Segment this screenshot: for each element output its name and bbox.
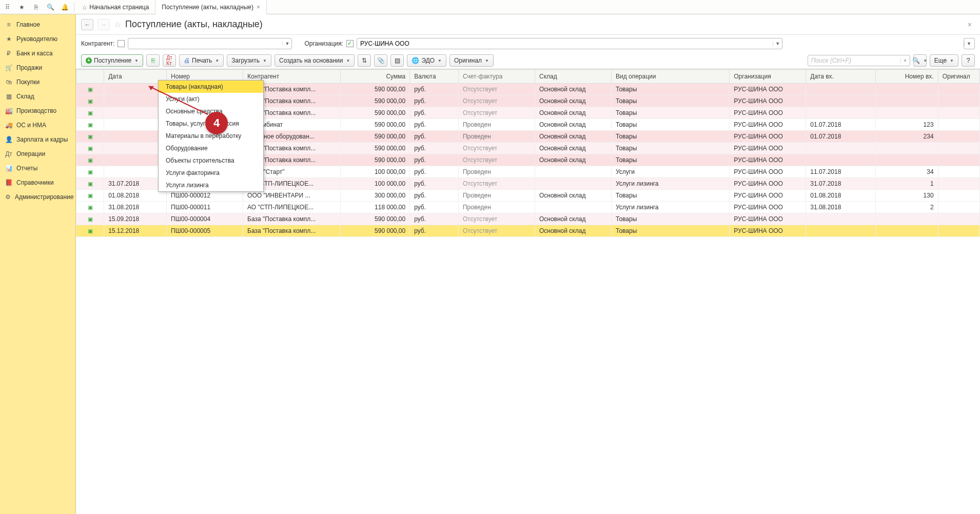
create-based-button[interactable]: Создать на основании ▼: [275, 54, 355, 67]
th-org[interactable]: Организация: [730, 70, 806, 84]
cell-orig: [938, 213, 979, 225]
sidebar-item-4[interactable]: 🛍Покупки: [0, 75, 75, 89]
cell-op: Товары: [611, 225, 729, 237]
cell-op: Товары: [611, 119, 729, 131]
cell-op: Товары: [611, 190, 729, 202]
th-sklad[interactable]: Склад: [535, 70, 611, 84]
help-button[interactable]: ?: [962, 54, 975, 67]
favorite-icon[interactable]: ☆: [114, 19, 121, 29]
th-op[interactable]: Вид операции: [611, 70, 729, 84]
contragent-input[interactable]: [128, 40, 282, 47]
table-row[interactable]: ▣ 15.09.2018 ПШ00-000004 База "Поставка …: [76, 213, 980, 225]
cell-op: Услуги лизинга: [611, 178, 729, 190]
sidebar-icon: ₽: [5, 50, 12, 57]
cell-sf: Проведен: [458, 166, 535, 178]
chevron-down-icon[interactable]: ▼: [964, 41, 973, 46]
table-row[interactable]: ▣ 15.12.2018 ПШ00-000005 База "Поставка …: [76, 225, 980, 237]
sidebar-item-1[interactable]: ★Руководителю: [0, 32, 75, 46]
search-input[interactable]: [808, 57, 900, 64]
structure-button[interactable]: ⇅: [358, 54, 371, 67]
print-button[interactable]: 🖨 Печать ▼: [179, 54, 224, 67]
cell-date: [104, 143, 167, 154]
dropdown-item-6[interactable]: Объекты строительства: [159, 154, 263, 167]
sidebar-item-9[interactable]: ДтОперации: [0, 147, 75, 161]
sidebar-item-6[interactable]: 🏭Производство: [0, 104, 75, 118]
cell-date: 31.07.2018: [104, 178, 167, 190]
nav-back[interactable]: ←: [81, 19, 93, 30]
original-button[interactable]: Оригинал ▼: [449, 54, 494, 67]
edo-label: ЭДО: [421, 57, 435, 64]
dropdown-item-5[interactable]: Оборудование: [159, 142, 263, 154]
cell-sf: Отсутствует: [458, 154, 535, 166]
attach-button[interactable]: 📎: [374, 54, 387, 67]
th-sum[interactable]: Сумма: [340, 70, 409, 84]
clear-icon[interactable]: ×: [900, 58, 910, 63]
close-page[interactable]: ×: [965, 21, 975, 29]
apps-icon[interactable]: ⠿: [0, 0, 14, 14]
dropdown-item-7[interactable]: Услуги факторинга: [159, 167, 263, 179]
load-button[interactable]: Загрузить ▼: [227, 54, 271, 67]
sidebar-item-3[interactable]: 🛒Продажи: [0, 61, 75, 75]
search-box[interactable]: ×: [808, 55, 910, 66]
cell-op: Товары: [611, 143, 729, 154]
th-sf[interactable]: Счет-фактура: [458, 70, 535, 84]
tab-home[interactable]: ⌂ Начальная страница: [76, 0, 155, 14]
org-checkbox[interactable]: [346, 40, 354, 47]
globe-icon: 🌐: [411, 57, 419, 64]
cell-orig: [938, 225, 979, 237]
cell-num-in: [875, 95, 938, 107]
star-icon[interactable]: ★: [14, 0, 29, 14]
edo-button[interactable]: 🌐 ЭДО ▼: [407, 54, 446, 67]
table-row[interactable]: ▣ 31.08.2018 ПШ00-000011 АО "СТП-ЛИПЕЦКО…: [76, 202, 980, 213]
org-extra-combo[interactable]: ▼: [964, 38, 975, 49]
org-input[interactable]: [357, 40, 773, 47]
nav-forward[interactable]: →: [97, 19, 110, 30]
th-date-in[interactable]: Дата вх.: [806, 70, 875, 84]
document-icon: ▣: [88, 145, 93, 151]
list-button[interactable]: ▤: [390, 54, 404, 67]
cell-date: [104, 131, 167, 143]
sidebar-item-7[interactable]: 🚚ОС и НМА: [0, 118, 75, 132]
sidebar-item-10[interactable]: 📊Отчеты: [0, 161, 75, 175]
sidebar-item-11[interactable]: 📕Справочники: [0, 175, 75, 190]
cell-sf: Проведен: [458, 202, 535, 213]
more-label: Еще: [934, 57, 947, 64]
sidebar-item-5[interactable]: ▦Склад: [0, 89, 75, 104]
cell-date: [104, 119, 167, 131]
postuplenie-button[interactable]: + Поступление ▼: [81, 54, 143, 67]
find-button[interactable]: 🔍▼: [913, 54, 927, 67]
dt-kt-button[interactable]: ДтКт: [163, 54, 176, 67]
sidebar-item-8[interactable]: 👤Зарплата и кадры: [0, 132, 75, 147]
contragent-checkbox[interactable]: [117, 40, 125, 47]
chevron-down-icon[interactable]: ▼: [282, 41, 291, 46]
chevron-down-icon[interactable]: ▼: [773, 41, 782, 46]
sidebar-item-label: Зарплата и кадры: [16, 136, 68, 143]
tab-document[interactable]: Поступление (акты, накладные) ×: [155, 0, 267, 14]
org-combo[interactable]: ▼: [357, 38, 782, 49]
th-num-in[interactable]: Номер вх.: [875, 70, 938, 84]
more-button[interactable]: Еще ▼: [930, 54, 958, 67]
th-currency[interactable]: Валюта: [410, 70, 459, 84]
clipboard-icon[interactable]: ⎘: [29, 0, 43, 14]
th-orig[interactable]: Оригинал: [938, 70, 979, 84]
cell-sum: 590 000,00: [340, 107, 409, 119]
chevron-down-icon: ▼: [263, 58, 267, 63]
sidebar-icon: ★: [5, 35, 12, 43]
dropdown-item-8[interactable]: Услуги лизинга: [159, 179, 263, 191]
bell-icon[interactable]: 🔔: [57, 0, 72, 14]
sidebar-item-0[interactable]: ≡Главное: [0, 17, 75, 32]
cell-org: РУС-ШИНА ООО: [730, 190, 806, 202]
contragent-combo[interactable]: ▼: [128, 38, 292, 49]
printer-icon: 🖨: [184, 57, 190, 64]
document-icon: ▣: [88, 110, 93, 116]
sidebar-item-12[interactable]: ⚙Администрирование: [0, 190, 75, 204]
paperclip-icon: 📎: [377, 57, 385, 64]
sidebar-item-label: Производство: [16, 107, 56, 114]
document-icon: ▣: [88, 192, 93, 199]
sidebar-item-2[interactable]: ₽Банк и касса: [0, 46, 75, 61]
tab-close-icon[interactable]: ×: [257, 4, 260, 11]
copy-button[interactable]: ⎘: [146, 54, 160, 67]
cell-org: РУС-ШИНА ООО: [730, 225, 806, 237]
cell-org: РУС-ШИНА ООО: [730, 119, 806, 131]
search-icon[interactable]: 🔍: [43, 0, 57, 14]
